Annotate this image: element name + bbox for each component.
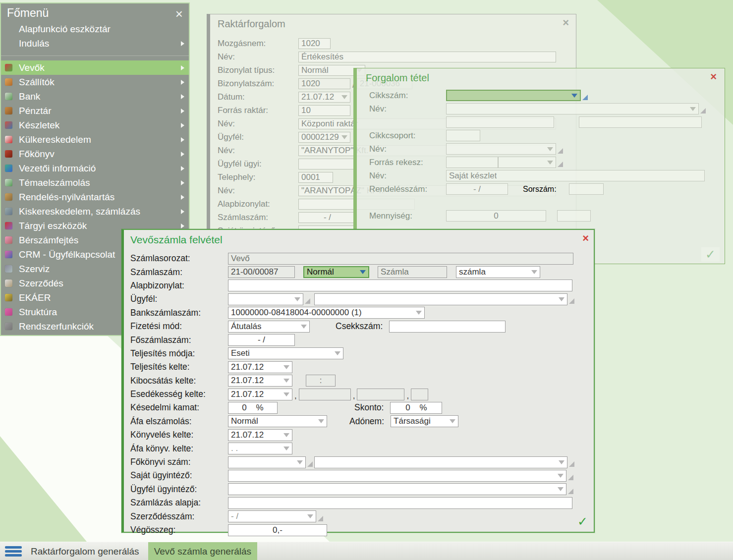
combo-field[interactable]: [228, 456, 306, 468]
normal-combo[interactable]: Normál: [228, 415, 327, 427]
fokonyvi-szam-row: Főkönyvi szám:: [130, 455, 594, 469]
field-value: 21.07.12: [231, 362, 264, 372]
lookup-grip-icon[interactable]: [558, 148, 563, 154]
sidebar-item-szallitok[interactable]: Szállítók: [1, 75, 189, 89]
confirm-check-icon[interactable]: ✓: [577, 514, 588, 529]
21-07-12-combo[interactable]: 21.07.12: [228, 375, 292, 387]
taskbar-button-vevo-szamla-generalas[interactable]: Vevő számla generálás: [148, 542, 257, 560]
tarsasagi-combo[interactable]: Társasági: [391, 415, 458, 427]
combo-field[interactable]: - /: [228, 510, 316, 522]
menu-top-item-alapfunkcio-eszkoztar[interactable]: Alapfunkció eszköztár: [1, 22, 189, 36]
input-field[interactable]: - /: [298, 212, 356, 223]
input-field[interactable]: [228, 280, 572, 291]
0-input[interactable]: 0,-: [228, 524, 327, 536]
combo-field[interactable]: [314, 293, 567, 305]
nev-label: Név:: [369, 104, 446, 114]
sidebar-item-vevok[interactable]: Vevők: [1, 60, 189, 75]
input-field[interactable]: [569, 183, 604, 195]
retail-invoicing-icon: [5, 208, 12, 215]
input-field[interactable]: [557, 210, 591, 222]
dropdown-arrow-icon: [341, 95, 347, 99]
szamla-combo[interactable]: számla: [456, 266, 540, 278]
0-input[interactable]: 0: [446, 210, 546, 222]
lookup-grip-icon[interactable]: [700, 108, 706, 113]
0-input[interactable]: 0 %: [228, 402, 278, 414]
input-field[interactable]: [411, 389, 428, 400]
00002129-combo[interactable]: 00002129: [298, 132, 350, 143]
lookup-grip-icon[interactable]: [569, 461, 574, 467]
confirm-check-icon[interactable]: ✓: [701, 247, 720, 262]
10000000-08418004-00000000-1-combo[interactable]: 10000000-08418004-00000000 (1): [228, 307, 425, 319]
nev-label: Név:: [369, 171, 446, 181]
21-00-00087-input[interactable]: 21-00/00087: [228, 266, 295, 278]
ertekesites-input[interactable]: Értékesítés: [298, 52, 556, 62]
sidebar-item-rendeles-nyilvantartas[interactable]: Rendelés-nyilvántartás: [1, 190, 189, 204]
input-field[interactable]: [446, 157, 498, 168]
hamburger-icon[interactable]: [5, 545, 22, 558]
forras-rekesz-label: Forrás rekesz:: [369, 158, 446, 168]
combo-field[interactable]: [314, 456, 567, 468]
teljesites-kelte-row: Teljesítés kelte:21.07.12: [130, 360, 594, 374]
21-07-12-combo[interactable]: 21.07.12: [228, 389, 292, 400]
lookup-grip-icon[interactable]: [569, 298, 574, 304]
lookup-grip-icon[interactable]: [305, 298, 310, 304]
sidebar-item-keszletek[interactable]: Készletek: [1, 118, 189, 132]
sidebar-item-bank[interactable]: Bank: [1, 89, 189, 104]
0-input[interactable]: 0 %: [390, 402, 442, 414]
input-field[interactable]: [579, 116, 702, 128]
szamlaszam-row: Számlaszám:21-00/00087NormálSzámlaszámla: [130, 265, 594, 279]
input-field[interactable]: [298, 159, 355, 169]
menu-top-item-indulas[interactable]: Indulás: [1, 36, 189, 51]
21-07-12-combo[interactable]: 21.07.12: [228, 361, 292, 373]
21-07-12-combo[interactable]: 21.07.12: [298, 92, 350, 103]
lookup-grip-icon[interactable]: [568, 489, 573, 494]
combo-field[interactable]: [228, 470, 566, 482]
submenu-arrow-icon: [181, 180, 184, 185]
szamla-input[interactable]: Számla: [378, 266, 447, 278]
input-field[interactable]: [228, 497, 572, 509]
atutalas-combo[interactable]: Átutalás: [228, 321, 310, 333]
sidebar-item-vezetoi-informacio[interactable]: Vezetői információ: [1, 161, 189, 175]
input-field[interactable]: - /: [228, 334, 295, 346]
input-field[interactable]: - /: [446, 183, 508, 195]
input-field[interactable]: [299, 389, 351, 400]
sajat-keszlet-input[interactable]: Saját készlet: [446, 170, 705, 181]
21-07-12-combo[interactable]: 21.07.12: [228, 429, 292, 441]
combo-field[interactable]: [228, 483, 566, 495]
taskbar-button-raktarforgalom-generalas[interactable]: Raktárforgalom generálás: [25, 542, 145, 560]
close-icon[interactable]: ×: [582, 233, 589, 244]
eseti-combo[interactable]: Eseti: [228, 347, 343, 359]
input-field[interactable]: :: [306, 375, 336, 387]
lookup-grip-icon[interactable]: [558, 162, 563, 167]
combo-field[interactable]: . .: [228, 443, 292, 454]
sidebar-item-fokonyv[interactable]: Főkönyv: [1, 147, 189, 161]
10-input[interactable]: 10: [298, 105, 350, 116]
combo-field[interactable]: [228, 293, 303, 305]
close-icon[interactable]: ×: [710, 71, 717, 82]
rendelesszam-label: Rendelésszám:: [369, 184, 446, 194]
combo-field[interactable]: [498, 157, 556, 168]
input-field[interactable]: [446, 116, 554, 128]
input-field[interactable]: [357, 389, 404, 400]
payroll-icon: [5, 236, 12, 244]
vevo-input[interactable]: Vevő: [228, 253, 573, 265]
close-icon[interactable]: ×: [563, 17, 569, 28]
lookup-grip-icon[interactable]: [318, 516, 323, 521]
input-field[interactable]: [446, 130, 480, 141]
sidebar-item-temaelszamolas[interactable]: Témaelszámolás: [1, 175, 189, 190]
lookup-grip-icon[interactable]: [568, 475, 573, 480]
combo-field[interactable]: [446, 143, 556, 155]
combo-field[interactable]: [446, 90, 581, 101]
normal-combo[interactable]: Normál: [303, 266, 369, 278]
lookup-grip-icon[interactable]: [307, 461, 313, 467]
1020-input[interactable]: 1020: [298, 78, 350, 89]
sidebar-item-kiskereskedelem-szamlazas[interactable]: Kiskereskedelem, számlázás: [1, 204, 189, 219]
lookup-grip-icon[interactable]: [582, 95, 588, 100]
close-icon[interactable]: ×: [175, 7, 183, 20]
1020-input[interactable]: 1020: [298, 38, 331, 49]
0001-input[interactable]: 0001: [298, 172, 333, 183]
combo-field[interactable]: [446, 103, 699, 114]
sidebar-item-penztar[interactable]: Pénztár: [1, 104, 189, 118]
input-field[interactable]: [389, 321, 506, 333]
sidebar-item-kulkereskedelem[interactable]: Külkereskedelem: [1, 132, 189, 147]
